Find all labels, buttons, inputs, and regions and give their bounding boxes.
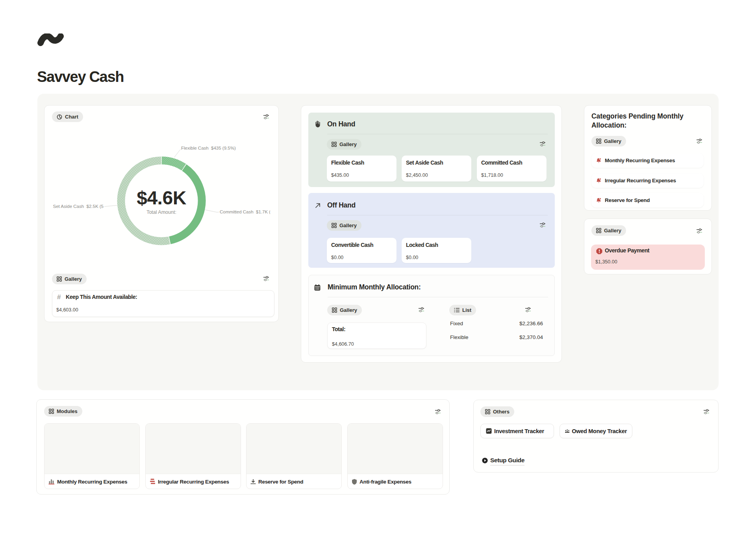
svg-text:Set Aside Cash $2.5K (5: Set Aside Cash $2.5K (5 [53, 204, 104, 209]
svg-text:Flexible Cash $435 (9.5%): Flexible Cash $435 (9.5%) [181, 146, 236, 150]
svg-text:Committed Cash $1.7K (3: Committed Cash $1.7K (3 [220, 209, 270, 214]
